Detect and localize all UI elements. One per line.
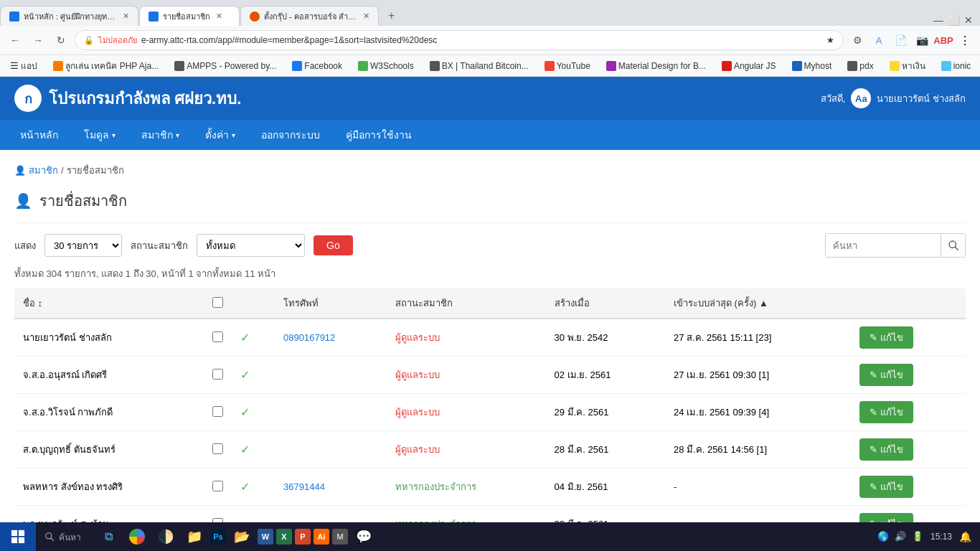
bookmark-facebook[interactable]: Facebook <box>288 60 347 72</box>
bookmark-2[interactable]: AMPPS - Powered by... <box>170 60 281 72</box>
nav-home[interactable]: หน้าหลัก <box>7 120 71 150</box>
taskbar-app-ps[interactable]: Ps <box>210 529 226 545</box>
browser-tab-2[interactable]: รายชื่อสมาชิก ✕ <box>139 6 240 26</box>
filter-count-select[interactable]: 30 รายการ 10 รายการ 20 รายการ 50 รายการ … <box>44 234 122 257</box>
start-button[interactable] <box>0 522 36 551</box>
row-checkbox-3[interactable] <box>212 443 223 454</box>
cell-action-4: ✎ แก้ไข <box>851 468 966 506</box>
cell-checkbox-3[interactable] <box>204 431 232 468</box>
row-checkbox-0[interactable] <box>212 331 223 342</box>
taskbar-right: 🌎 🔊 🔋 15:13 🔔 <box>869 531 980 543</box>
taskbar-app-msg[interactable]: 💬 <box>351 524 377 550</box>
browser-maximize[interactable]: ⬜ <box>948 14 960 26</box>
page-title: รายชื่อสมาชิก <box>39 189 127 212</box>
battery-icon[interactable]: 🔋 <box>912 531 923 542</box>
cell-name-0: นายเยาวรัตน์ ช่างสลัก <box>14 319 204 357</box>
go-button[interactable]: Go <box>314 235 353 255</box>
phone-link-0[interactable]: 0890167912 <box>283 332 335 343</box>
bookmark-myhost[interactable]: Myhost <box>788 60 837 72</box>
col-last-login[interactable]: เข้าระบบล่าสุด (ครั้ง) ▲ <box>665 288 851 319</box>
drive-icon[interactable]: 📄 <box>891 31 910 50</box>
svg-line-7 <box>51 538 54 541</box>
taskbar-app-chrome[interactable] <box>124 524 150 550</box>
bookmark-apps[interactable]: ☰ แอป <box>6 57 42 74</box>
row-checkbox-2[interactable] <box>212 406 223 417</box>
translate-icon[interactable]: A <box>870 31 888 50</box>
select-all-checkbox[interactable] <box>212 297 223 308</box>
taskbar-clock[interactable]: 15:13 <box>930 531 952 543</box>
nav-module[interactable]: โมดูล ▾ <box>71 120 128 150</box>
col-phone: โทรศัพท์ <box>275 288 387 319</box>
cell-created-2: 29 มี.ค. 2561 <box>546 394 665 431</box>
browser-tab-3[interactable]: ตั้งกรุ๊ป - คอสารบอร์จ สำหรับ... ✕ <box>240 6 379 26</box>
cell-checkbox-0[interactable] <box>204 319 232 357</box>
phone-link-4[interactable]: 36791444 <box>283 481 325 492</box>
filter-status-select[interactable]: ทั้งหมด ผู้ดูแลระบบ ทหารกองประจำการ <box>197 234 305 257</box>
user-greeting: สวัสดี, <box>821 91 846 106</box>
search-input[interactable] <box>826 234 941 257</box>
bookmark-angular[interactable]: Angular JS <box>717 60 781 72</box>
tab-close-2[interactable]: ✕ <box>216 11 222 21</box>
col-name[interactable]: ชื่อ ↕ <box>14 288 204 319</box>
taskbar-app-cortana[interactable]: 🌓 <box>153 524 179 550</box>
nav-manual[interactable]: คู่มือการใช้งาน <box>333 120 425 150</box>
bookmark-ionic[interactable]: ionic <box>937 60 976 72</box>
camera-icon[interactable]: 📷 <box>913 31 931 50</box>
bookmark-youtube[interactable]: YouTube <box>540 60 595 72</box>
edit-button-1[interactable]: ✎ แก้ไข <box>859 364 913 386</box>
taskbar-app-files[interactable]: 📁 <box>182 524 207 550</box>
svg-rect-3 <box>19 530 24 536</box>
tab-label-3: ตั้งกรุ๊ป - คอสารบอร์จ สำหรับ... <box>264 10 357 23</box>
taskbar-app-file-mgr[interactable]: 📂 <box>229 524 255 550</box>
bookmark-favicon-pdx <box>847 61 857 71</box>
breadcrumb-parent[interactable]: สมาชิก <box>29 163 58 178</box>
tab-close-3[interactable]: ✕ <box>363 11 369 21</box>
volume-icon[interactable]: 🔊 <box>895 531 906 542</box>
nav-logout[interactable]: ออกจากระบบ <box>248 120 333 150</box>
reload-button[interactable]: ↻ <box>52 31 70 50</box>
back-button[interactable]: ← <box>6 31 24 50</box>
taskbar-app-ppt[interactable]: P <box>295 529 311 545</box>
edit-button-3[interactable]: ✎ แก้ไข <box>859 438 913 461</box>
bookmark-bx[interactable]: BX | Thailand Bitcoin... <box>425 60 533 72</box>
nav-member[interactable]: สมาชิก ▾ <box>128 120 192 150</box>
bookmark-favicon-yt <box>545 61 555 71</box>
bookmark-pdx[interactable]: pdx <box>843 60 877 72</box>
notification-icon[interactable]: 🔔 <box>959 531 971 542</box>
taskbar-app-ai[interactable]: Ai <box>314 529 329 545</box>
tab-favicon-2 <box>149 11 159 22</box>
browser-close[interactable]: ✕ <box>964 14 973 26</box>
search-button[interactable] <box>941 234 965 257</box>
edit-button-0[interactable]: ✎ แก้ไข <box>859 326 913 349</box>
bookmark-money[interactable]: หาเงิน <box>885 57 930 74</box>
taskbar-app-word[interactable]: W <box>258 529 273 545</box>
adblock-icon[interactable]: ABP <box>934 31 953 50</box>
cell-checkbox-1[interactable] <box>204 357 232 394</box>
tab-close-1[interactable]: ✕ <box>123 11 129 21</box>
cell-checkbox-4[interactable] <box>204 468 232 506</box>
row-checkbox-4[interactable] <box>212 481 223 491</box>
network-icon[interactable]: 🌎 <box>877 531 889 542</box>
bookmark-1[interactable]: ลูกเล่น เทคนิค PHP Aja... <box>49 57 163 74</box>
browser-tab-new[interactable]: + <box>380 6 401 26</box>
star-icon[interactable]: ★ <box>826 35 834 45</box>
edit-button-4[interactable]: ✎ แก้ไข <box>859 476 913 498</box>
taskbar-app-excel[interactable]: X <box>276 529 292 545</box>
menu-icon[interactable]: ⋮ <box>956 31 974 50</box>
nav-settings[interactable]: ตั้งค่า ▾ <box>192 120 248 150</box>
taskbar-app-misc[interactable]: M <box>332 529 348 545</box>
edit-button-2[interactable]: ✎ แก้ไข <box>859 401 913 423</box>
row-checkbox-1[interactable] <box>212 369 223 380</box>
address-bar[interactable]: 🔓 ไม่ปลอดภัย e-army.attc-rta.com/app/#mo… <box>75 30 844 50</box>
browser-tab-1[interactable]: หน้าหลัก : ศูนย์ฝึกทางยุทธวิธี ✕ <box>0 6 138 26</box>
taskbar-app-taskview[interactable]: ⧉ <box>95 524 121 550</box>
bookmark-material[interactable]: Material Design for B... <box>602 60 710 72</box>
taskbar-search[interactable]: ค้นหา <box>36 530 90 544</box>
browser-minimize[interactable]: — <box>933 14 943 26</box>
new-tab-icon: + <box>388 9 395 22</box>
extensions-icon[interactable]: ⚙ <box>848 31 867 50</box>
forward-button[interactable]: → <box>29 31 47 50</box>
check-icon: ✓ <box>240 331 250 344</box>
cell-checkbox-2[interactable] <box>204 394 232 431</box>
bookmark-w3schools[interactable]: W3Schools <box>354 60 418 72</box>
